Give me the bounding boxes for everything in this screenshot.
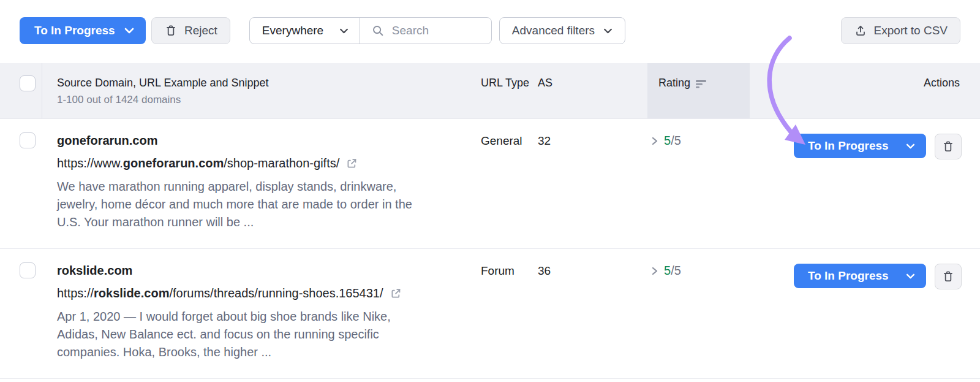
- url-path: /forums/threads/running-shoes.165431/: [169, 286, 383, 300]
- url-prefix: https://: [57, 286, 94, 300]
- bulk-to-in-progress-button[interactable]: To In Progress: [20, 17, 146, 44]
- as-value: 32: [530, 119, 647, 248]
- select-all-checkbox[interactable]: [20, 75, 36, 91]
- domains-count: 1-100 out of 1424 domains: [57, 94, 472, 106]
- search-icon: [372, 25, 384, 37]
- trash-icon: [941, 140, 955, 153]
- url-path: /shop-marathon-gifts/: [224, 156, 339, 170]
- header-rating-label: Rating: [658, 77, 690, 90]
- scope-search-combo: Everywhere: [249, 17, 492, 44]
- header-actions: Actions: [750, 63, 980, 118]
- header-rating-sort[interactable]: Rating: [647, 63, 750, 118]
- row-checkbox[interactable]: [20, 262, 36, 278]
- row-delete-button[interactable]: [935, 264, 962, 289]
- rating-value: 5/5: [664, 264, 681, 278]
- header-checkbox-cell: [0, 63, 42, 118]
- url-example-link[interactable]: https://www.goneforarun.com/shop-maratho…: [57, 156, 472, 170]
- reject-label: Reject: [184, 24, 217, 37]
- scope-value: Everywhere: [262, 24, 323, 37]
- link-building-prospects-page: To In Progress Reject Everywhere Advance…: [0, 0, 980, 382]
- advanced-filters-label: Advanced filters: [512, 24, 595, 37]
- chevron-down-icon: [906, 273, 915, 279]
- expand-chevron-icon[interactable]: [651, 266, 658, 276]
- external-link-icon[interactable]: [345, 157, 358, 170]
- rating-value: 5/5: [664, 134, 681, 148]
- url-domain: rokslide.com: [94, 286, 169, 300]
- row-to-in-progress-button[interactable]: To In Progress: [794, 134, 926, 158]
- table-row: goneforarun.com https://www.goneforarun.…: [0, 118, 980, 248]
- chevron-down-icon: [906, 143, 915, 149]
- header-url-type: URL Type: [472, 63, 530, 118]
- expand-chevron-icon[interactable]: [651, 136, 658, 146]
- url-domain: goneforarun.com: [123, 156, 224, 170]
- trash-icon: [941, 270, 955, 283]
- header-source-cell: Source Domain, URL Example and Snippet 1…: [42, 63, 472, 118]
- search-input[interactable]: [392, 24, 478, 37]
- search-box: [360, 18, 491, 44]
- source-domain: rokslide.com: [57, 264, 472, 278]
- source-column-title: Source Domain, URL Example and Snippet: [57, 77, 472, 90]
- row-delete-button[interactable]: [935, 134, 962, 159]
- table-row: rokslide.com https://rokslide.com/forums…: [0, 248, 980, 379]
- row-to-in-progress-button[interactable]: To In Progress: [794, 264, 926, 288]
- sort-descending-icon: [696, 80, 707, 88]
- snippet-text: Apr 1, 2020 — I would forget about big s…: [57, 308, 472, 361]
- url-type-value: Forum: [472, 249, 530, 378]
- row-checkbox[interactable]: [20, 132, 36, 148]
- url-example-link[interactable]: https://rokslide.com/forums/threads/runn…: [57, 286, 472, 300]
- source-domain: goneforarun.com: [57, 134, 472, 148]
- table-header: Source Domain, URL Example and Snippet 1…: [0, 63, 980, 118]
- external-link-icon[interactable]: [390, 287, 402, 300]
- upload-icon: [854, 24, 867, 37]
- scope-dropdown[interactable]: Everywhere: [250, 18, 360, 44]
- header-as: AS: [530, 63, 647, 118]
- reject-button[interactable]: Reject: [151, 17, 230, 44]
- advanced-filters-button[interactable]: Advanced filters: [499, 17, 625, 44]
- url-prefix: https://www.: [57, 156, 123, 170]
- snippet-text: We have marathon running apparel, displa…: [57, 178, 472, 231]
- trash-icon: [164, 24, 178, 37]
- url-type-value: General: [472, 119, 530, 248]
- as-value: 36: [530, 249, 647, 378]
- export-csv-button[interactable]: Export to CSV: [841, 17, 960, 44]
- toolbar: To In Progress Reject Everywhere Advance…: [0, 0, 980, 63]
- chevron-down-icon: [603, 28, 612, 34]
- bulk-to-in-progress-label: To In Progress: [34, 24, 115, 37]
- chevron-down-icon: [124, 28, 134, 34]
- chevron-down-icon: [339, 28, 349, 34]
- export-csv-label: Export to CSV: [874, 24, 948, 37]
